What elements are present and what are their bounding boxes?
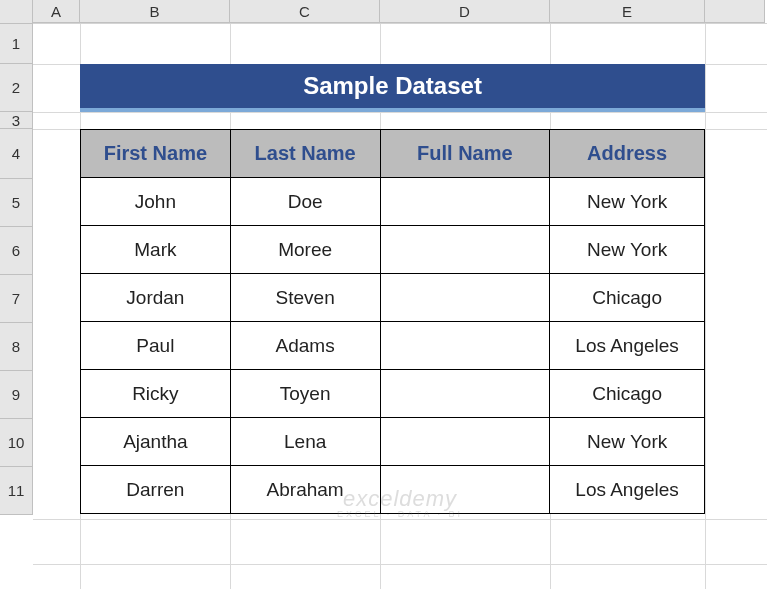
- data-table: First Name Last Name Full Name Address J…: [80, 129, 705, 514]
- table-row: Darren Abraham Los Angeles: [81, 466, 705, 514]
- cell-full-name[interactable]: [380, 178, 550, 226]
- cell-first-name[interactable]: Mark: [81, 226, 231, 274]
- cell-first-name[interactable]: Darren: [81, 466, 231, 514]
- cell-address[interactable]: New York: [550, 226, 705, 274]
- cell-last-name[interactable]: Steven: [230, 274, 380, 322]
- spreadsheet: A B C D E 1 2 3 4 5 6 7 8 9 10 11: [0, 0, 767, 589]
- cell-full-name[interactable]: [380, 466, 550, 514]
- cell-address[interactable]: Chicago: [550, 370, 705, 418]
- table-row: John Doe New York: [81, 178, 705, 226]
- header-last-name[interactable]: Last Name: [230, 130, 380, 178]
- cell-last-name[interactable]: Doe: [230, 178, 380, 226]
- cell-last-name[interactable]: Adams: [230, 322, 380, 370]
- row-header-10[interactable]: 10: [0, 419, 33, 467]
- cell-first-name[interactable]: Jordan: [81, 274, 231, 322]
- table-row: Ricky Toyen Chicago: [81, 370, 705, 418]
- row-header-1[interactable]: 1: [0, 24, 33, 64]
- cell-address[interactable]: New York: [550, 418, 705, 466]
- header-address[interactable]: Address: [550, 130, 705, 178]
- table-row: Ajantha Lena New York: [81, 418, 705, 466]
- cell-address[interactable]: Los Angeles: [550, 322, 705, 370]
- row-header-9[interactable]: 9: [0, 371, 33, 419]
- table-header-row: First Name Last Name Full Name Address: [81, 130, 705, 178]
- cell-first-name[interactable]: John: [81, 178, 231, 226]
- row-header-5[interactable]: 5: [0, 179, 33, 227]
- row-headers: 1 2 3 4 5 6 7 8 9 10 11: [0, 24, 33, 515]
- row-header-6[interactable]: 6: [0, 227, 33, 275]
- col-header-f[interactable]: [705, 0, 765, 23]
- cell-last-name[interactable]: Lena: [230, 418, 380, 466]
- col-header-e[interactable]: E: [550, 0, 705, 23]
- cell-first-name[interactable]: Ajantha: [81, 418, 231, 466]
- cell-last-name[interactable]: Moree: [230, 226, 380, 274]
- cell-full-name[interactable]: [380, 274, 550, 322]
- column-headers: A B C D E: [0, 0, 767, 24]
- col-header-b[interactable]: B: [80, 0, 230, 23]
- col-header-a[interactable]: A: [33, 0, 80, 23]
- cell-last-name[interactable]: Toyen: [230, 370, 380, 418]
- col-header-d[interactable]: D: [380, 0, 550, 23]
- cell-address[interactable]: Los Angeles: [550, 466, 705, 514]
- cell-first-name[interactable]: Ricky: [81, 370, 231, 418]
- table-row: Mark Moree New York: [81, 226, 705, 274]
- cell-full-name[interactable]: [380, 370, 550, 418]
- row-header-11[interactable]: 11: [0, 467, 33, 515]
- col-header-c[interactable]: C: [230, 0, 380, 23]
- cell-full-name[interactable]: [380, 418, 550, 466]
- cell-last-name[interactable]: Abraham: [230, 466, 380, 514]
- row-header-7[interactable]: 7: [0, 275, 33, 323]
- row-header-2[interactable]: 2: [0, 64, 33, 112]
- header-full-name[interactable]: Full Name: [380, 130, 550, 178]
- table-row: Paul Adams Los Angeles: [81, 322, 705, 370]
- select-all-corner[interactable]: [0, 0, 33, 24]
- cell-full-name[interactable]: [380, 226, 550, 274]
- cell-address[interactable]: Chicago: [550, 274, 705, 322]
- cell-full-name[interactable]: [380, 322, 550, 370]
- cell-address[interactable]: New York: [550, 178, 705, 226]
- title-cell[interactable]: Sample Dataset: [80, 64, 705, 112]
- row-header-4[interactable]: 4: [0, 129, 33, 179]
- grid-area[interactable]: Sample Dataset First Name Last Name Full…: [33, 24, 767, 589]
- header-first-name[interactable]: First Name: [81, 130, 231, 178]
- row-header-3[interactable]: 3: [0, 112, 33, 129]
- row-header-8[interactable]: 8: [0, 323, 33, 371]
- table-row: Jordan Steven Chicago: [81, 274, 705, 322]
- cell-first-name[interactable]: Paul: [81, 322, 231, 370]
